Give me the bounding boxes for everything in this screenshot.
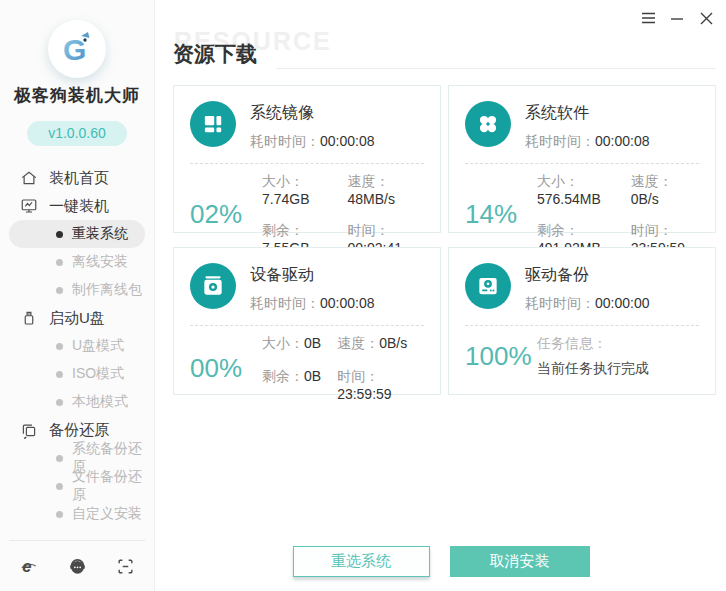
bullet-icon — [56, 455, 63, 462]
sidebar-item-label: 启动U盘 — [49, 309, 105, 328]
main-content: RESOURCE 资源下载 系统镜像 耗时时间：00:00:08 — [156, 0, 726, 591]
window-controls — [640, 10, 714, 26]
app-clover-icon — [465, 101, 511, 147]
bullet-icon — [56, 371, 63, 378]
elapsed-time: 耗时时间：00:00:08 — [250, 133, 375, 151]
card-divider — [465, 163, 699, 164]
usb-drive-icon — [20, 309, 38, 327]
app-logo: G — [48, 20, 106, 78]
task-info: 任务信息： 当前任务执行完成 — [537, 335, 649, 378]
page-title: 资源下载 — [173, 40, 257, 68]
stat-size: 大小：576.54MB — [537, 173, 615, 207]
sidebar-item-one-key-install[interactable]: 一键装机 — [0, 192, 154, 220]
sidebar-item-boot-usb[interactable]: 启动U盘 — [0, 304, 154, 332]
menu-icon[interactable] — [640, 10, 656, 26]
card-system-software: 系统软件 耗时时间：00:00:08 14% 大小：576.54MB 速度：0B… — [448, 85, 716, 233]
stat-remaining: 剩余：0B — [262, 368, 321, 402]
card-stats: 大小：0B 速度：0B/s 剩余：0B 时间：23:59:59 — [262, 335, 424, 402]
minimize-icon[interactable] — [669, 10, 685, 26]
stat-time: 时间：23:59:59 — [337, 368, 424, 402]
task-status: 当前任务执行完成 — [537, 360, 649, 378]
card-divider — [190, 163, 424, 164]
drive-backup-icon — [465, 263, 511, 309]
bullet-icon — [56, 259, 63, 266]
monitor-chart-icon — [20, 197, 38, 215]
bullet-icon — [56, 483, 63, 490]
sidebar-item-make-offline-pack[interactable]: 制作离线包 — [9, 276, 145, 304]
card-title: 系统软件 — [525, 103, 650, 124]
footer-buttons: 重选系统 取消安装 — [156, 546, 726, 577]
device-gear-icon — [190, 263, 236, 309]
stat-size: 大小：0B — [262, 335, 321, 353]
card-device-driver: 设备驱动 耗时时间：00:00:08 00% 大小：0B 速度：0B/s 剩余：… — [173, 247, 441, 395]
logo-g-icon: G — [57, 29, 97, 69]
elapsed-time: 耗时时间：00:00:08 — [250, 295, 375, 313]
progress-percent: 100% — [465, 341, 529, 372]
bullet-icon — [56, 231, 63, 238]
card-driver-backup: 驱动备份 耗时时间：00:00:00 100% 任务信息： 当前任务执行完成 — [448, 247, 716, 395]
sidebar-menu: 装机首页 一键装机 重装系统 离线安装 制作离线包 — [0, 164, 154, 528]
sidebar-item-home[interactable]: 装机首页 — [0, 164, 154, 192]
bullet-icon — [56, 287, 63, 294]
sidebar-item-label: ISO模式 — [72, 365, 124, 383]
ie-browser-icon[interactable]: e — [19, 557, 38, 576]
progress-percent: 14% — [465, 199, 529, 230]
app-name: 极客狗装机大师 — [0, 84, 154, 107]
bullet-icon — [56, 511, 63, 518]
svg-text:G: G — [63, 33, 86, 66]
close-icon[interactable] — [698, 10, 714, 26]
sidebar-item-label: 装机首页 — [49, 169, 109, 188]
card-divider — [465, 325, 699, 326]
cancel-install-button[interactable]: 取消安装 — [450, 546, 590, 577]
home-icon — [20, 169, 38, 187]
customer-service-icon[interactable] — [68, 557, 87, 576]
app-window: G 极客狗装机大师 v1.0.0.60 装机首页 一键装机 — [0, 0, 726, 591]
sidebar-footer: e — [0, 541, 154, 591]
windows-grid-icon — [190, 101, 236, 147]
elapsed-time: 耗时时间：00:00:08 — [525, 133, 650, 151]
sidebar-item-label: 本地模式 — [72, 393, 128, 411]
card-stats: 大小：7.74GB 速度：48MB/s 剩余：7.55GB 时间：00:02:4… — [262, 173, 424, 256]
card-title: 驱动备份 — [525, 265, 650, 286]
sidebar-item-custom-install[interactable]: 自定义安装 — [9, 500, 145, 528]
sidebar-item-label: 制作离线包 — [72, 281, 142, 299]
sidebar-item-label: 备份还原 — [49, 421, 109, 440]
stat-speed: 速度：48MB/s — [347, 173, 424, 207]
sidebar-item-label: 重装系统 — [72, 225, 128, 243]
card-stats: 大小：576.54MB 速度：0B/s 剩余：491.92MB 时间：23:59… — [537, 173, 699, 256]
card-title: 设备驱动 — [250, 265, 375, 286]
stat-size: 大小：7.74GB — [262, 173, 331, 207]
stat-speed: 速度：0B/s — [631, 173, 699, 207]
page-header: RESOURCE 资源下载 — [173, 38, 716, 72]
bullet-icon — [56, 399, 63, 406]
stat-speed: 速度：0B/s — [337, 335, 424, 353]
card-title: 系统镜像 — [250, 103, 375, 124]
sidebar-item-label: 一键装机 — [49, 197, 109, 216]
qr-scan-icon[interactable] — [116, 557, 135, 576]
sidebar-item-reinstall-system[interactable]: 重装系统 — [9, 220, 145, 248]
progress-percent: 02% — [190, 199, 254, 230]
card-system-image: 系统镜像 耗时时间：00:00:08 02% 大小：7.74GB 速度：48MB… — [173, 85, 441, 233]
sidebar: G 极客狗装机大师 v1.0.0.60 装机首页 一键装机 — [0, 0, 155, 591]
bullet-icon — [56, 343, 63, 350]
sidebar-item-file-backup-restore[interactable]: 文件备份还原 — [9, 472, 145, 500]
sidebar-item-label: U盘模式 — [72, 337, 124, 355]
sidebar-item-offline-install[interactable]: 离线安装 — [9, 248, 145, 276]
sidebar-item-usb-mode[interactable]: U盘模式 — [9, 332, 145, 360]
backup-restore-icon — [20, 421, 38, 439]
sidebar-item-local-mode[interactable]: 本地模式 — [9, 388, 145, 416]
download-cards: 系统镜像 耗时时间：00:00:08 02% 大小：7.74GB 速度：48MB… — [173, 85, 716, 395]
sidebar-item-label: 离线安装 — [72, 253, 128, 271]
sidebar-item-label: 文件备份还原 — [72, 468, 145, 504]
reselect-system-button[interactable]: 重选系统 — [293, 546, 430, 577]
elapsed-time: 耗时时间：00:00:00 — [525, 295, 650, 313]
card-divider — [190, 325, 424, 326]
version-badge: v1.0.0.60 — [27, 121, 127, 146]
sidebar-item-iso-mode[interactable]: ISO模式 — [9, 360, 145, 388]
sidebar-item-label: 自定义安装 — [72, 505, 142, 523]
title-underline — [276, 68, 716, 69]
progress-percent: 00% — [190, 353, 254, 384]
task-info-label: 任务信息： — [537, 335, 649, 353]
